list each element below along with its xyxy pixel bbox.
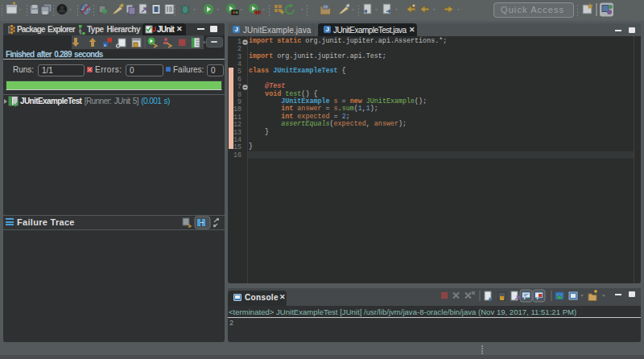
svg-text:x: x: [104, 43, 106, 47]
